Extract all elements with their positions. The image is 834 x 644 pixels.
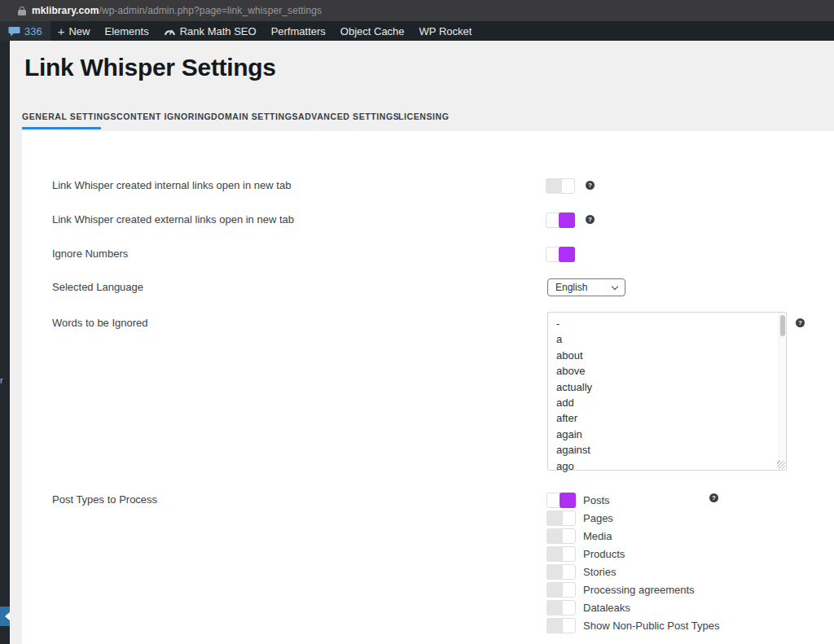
ignored-words-list: - a about above actually add after again… <box>548 313 786 477</box>
post-type-toggle-stories[interactable] <box>546 564 576 580</box>
ignored-word: about <box>556 348 778 363</box>
toggle-knob <box>546 528 563 544</box>
post-type-toggle-non-public[interactable] <box>546 618 576 633</box>
external-links-label: Link Whisper created external links open… <box>52 213 294 226</box>
admin-bar-comments[interactable]: 336 <box>0 21 50 41</box>
post-types-help-icon[interactable]: ? <box>709 493 718 502</box>
ignored-word: above <box>556 363 778 379</box>
internal-links-help-icon[interactable]: ? <box>586 181 595 190</box>
ignore-numbers-toggle[interactable] <box>546 247 575 262</box>
comments-count: 336 <box>24 25 42 37</box>
tab-licensing[interactable]: LICENSING <box>398 112 450 121</box>
post-types-label: Post Types to Process <box>52 493 157 506</box>
post-type-toggle-dataleaks[interactable] <box>546 600 576 616</box>
elements-label: Elements <box>104 25 148 37</box>
ignore-numbers-label: Ignore Numbers <box>52 248 128 260</box>
perfmatters-label: Perfmatters <box>271 25 326 37</box>
screen: mklibrary.com/wp-admin/admin.php?page=li… <box>0 0 834 644</box>
ignored-word: add <box>556 395 778 410</box>
settings-tabs: GENERAL SETTINGS CONTENT IGNORING DOMAIN… <box>0 112 834 125</box>
admin-bar-elements[interactable]: Elements <box>97 21 156 41</box>
admin-bar-wp-rocket[interactable]: WP Rocket <box>412 21 480 41</box>
wp-rocket-label: WP Rocket <box>419 25 472 37</box>
wp-admin-bar: 336 + New Elements Rank Math SEO Perfmat… <box>0 21 834 41</box>
internal-links-label: Link Whisper created internal links open… <box>52 179 291 191</box>
post-type-label-non-public: Show Non-Public Post Types <box>583 620 719 632</box>
toggle-knob <box>546 600 563 616</box>
page-title: Link Whisper Settings <box>24 54 276 81</box>
rank-math-label: Rank Math SEO <box>180 25 257 37</box>
ignored-word: again <box>556 427 778 442</box>
toggle-knob <box>559 212 575 228</box>
ignored-word: against <box>556 442 778 458</box>
lock-body <box>18 10 26 15</box>
lock-icon <box>18 7 26 15</box>
url-domain: mklibrary.com <box>32 5 99 16</box>
collapse-menu-button[interactable] <box>0 607 10 626</box>
url-text: mklibrary.com/wp-admin/admin.php?page=li… <box>32 5 322 16</box>
active-tab-underline <box>22 127 101 129</box>
ignored-word: after <box>556 410 778 426</box>
comments-bubble-icon <box>8 26 20 37</box>
chevron-down-icon <box>612 283 618 289</box>
post-type-label-posts: Posts <box>583 494 610 506</box>
ignored-word: ago <box>556 458 778 474</box>
tab-domain-settings[interactable]: DOMAIN SETTINGS <box>211 112 298 121</box>
ignored-words-textarea[interactable]: - a about above actually add after again… <box>547 312 787 471</box>
browser-url-bar[interactable]: mklibrary.com/wp-admin/admin.php?page=li… <box>0 0 834 21</box>
admin-menu-collapsed-strip: r <box>0 41 10 644</box>
external-links-toggle[interactable] <box>546 212 575 228</box>
ignored-words-help-icon[interactable]: ? <box>796 318 805 327</box>
post-type-toggle-pages[interactable] <box>546 510 576 526</box>
resize-grip[interactable] <box>777 461 785 469</box>
ignored-words-label: Words to be Ignored <box>52 317 148 329</box>
post-type-toggle-posts[interactable] <box>546 493 576 508</box>
tab-advanced-settings[interactable]: ADVANCED SETTINGS <box>298 112 399 121</box>
admin-bar-object-cache[interactable]: Object Cache <box>333 21 412 41</box>
scrollbar-thumb[interactable] <box>780 315 785 336</box>
language-select-value: English <box>555 282 587 293</box>
admin-bar-rank-math[interactable]: Rank Math SEO <box>156 21 264 41</box>
admin-bar-perfmatters[interactable]: Perfmatters <box>264 21 333 41</box>
post-type-label-stories: Stories <box>583 566 616 578</box>
toggle-knob <box>546 618 563 633</box>
toggle-knob <box>546 582 563 598</box>
tab-content-ignoring[interactable]: CONTENT IGNORING <box>116 112 211 121</box>
toggle-knob <box>560 493 576 508</box>
language-select[interactable]: English <box>547 278 626 296</box>
post-type-label-pages: Pages <box>583 512 613 524</box>
admin-bar-new-button[interactable]: + New <box>50 21 98 41</box>
post-type-toggle-products[interactable] <box>546 546 576 562</box>
plus-icon: + <box>58 25 65 37</box>
toggle-knob <box>546 546 563 562</box>
new-label: New <box>68 25 90 37</box>
menu-partial-text: r <box>0 375 7 386</box>
toggle-knob <box>546 178 562 194</box>
post-type-label-dataleaks: Dataleaks <box>583 602 630 614</box>
external-links-help-icon[interactable]: ? <box>586 215 595 224</box>
post-type-toggle-media[interactable] <box>546 528 576 544</box>
ignored-word: a <box>556 331 778 347</box>
selected-language-label: Selected Language <box>52 281 143 293</box>
internal-links-toggle[interactable] <box>546 178 575 194</box>
toggle-knob <box>546 564 563 580</box>
toggle-knob <box>559 247 575 262</box>
tab-general-settings[interactable]: GENERAL SETTINGS <box>22 112 116 121</box>
rank-math-gauge-icon <box>164 26 176 36</box>
object-cache-label: Object Cache <box>340 25 405 37</box>
post-type-label-processing-agreements: Processing agreements <box>583 584 695 596</box>
ignored-word: - <box>556 316 778 331</box>
url-path: /wp-admin/admin.php?page=link_whisper_se… <box>99 5 322 16</box>
ignored-word: actually <box>556 379 778 395</box>
scrollbar-track[interactable] <box>779 313 786 470</box>
post-type-toggle-processing-agreements[interactable] <box>546 582 576 598</box>
post-type-label-media: Media <box>583 530 612 542</box>
toggle-knob <box>546 510 563 526</box>
post-type-label-products: Products <box>583 548 625 560</box>
